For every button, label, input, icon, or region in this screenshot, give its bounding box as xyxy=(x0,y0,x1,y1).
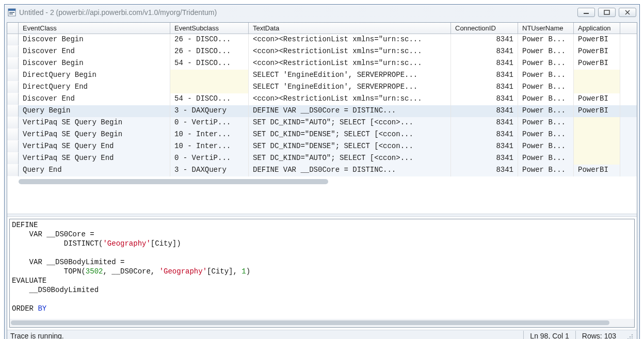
row-gutter[interactable] xyxy=(7,105,19,117)
cell-connectionid[interactable]: 8341 xyxy=(451,141,518,153)
col-header-ntusername[interactable]: NTUserName xyxy=(518,23,574,34)
cell-eventclass[interactable]: VertiPaq SE Query End xyxy=(19,153,170,165)
cell-textdata[interactable]: DEFINE VAR __DS0Core = DISTINC... xyxy=(249,105,451,117)
row-header-gutter[interactable] xyxy=(7,23,19,34)
cell-eventclass[interactable]: VertiPaq SE Query Begin xyxy=(19,129,170,141)
col-header-eventsubclass[interactable]: EventSubclass xyxy=(170,23,249,34)
cell-connectionid[interactable]: 8341 xyxy=(451,82,518,93)
row-gutter[interactable] xyxy=(7,82,19,93)
cell-textdata[interactable]: SET DC_KIND="DENSE"; SELECT [<ccon... xyxy=(249,129,451,141)
scroll-thumb[interactable] xyxy=(11,320,609,325)
cell-textdata[interactable]: <ccon><RestrictionList xmlns="urn:sc... xyxy=(249,46,451,58)
cell-eventclass[interactable]: VertiPaq SE Query End xyxy=(19,141,170,153)
cell-ntusername[interactable]: Power B... xyxy=(518,82,574,93)
cell-eventclass[interactable]: Discover End xyxy=(19,93,170,105)
cell-eventsubclass[interactable]: 54 - DISCO... xyxy=(170,58,249,70)
cell-application[interactable] xyxy=(574,153,620,165)
cell-connectionid[interactable]: 8341 xyxy=(451,93,518,105)
cell-textdata[interactable]: SET DC_KIND="AUTO"; SELECT [<ccon>... xyxy=(249,117,451,129)
cell-textdata[interactable]: <ccon><RestrictionList xmlns="urn:sc... xyxy=(249,93,451,105)
row-gutter[interactable] xyxy=(7,93,19,105)
table-row[interactable]: Discover Begin54 - DISCO...<ccon><Restri… xyxy=(7,58,637,70)
table-row[interactable]: DirectQuery End SELECT 'EngineEdition', … xyxy=(7,82,637,93)
cell-eventsubclass[interactable] xyxy=(170,82,249,93)
col-header-eventclass[interactable]: EventClass xyxy=(19,23,170,34)
cell-connectionid[interactable]: 8341 xyxy=(451,129,518,141)
horizontal-splitter[interactable] xyxy=(7,214,637,217)
cell-connectionid[interactable]: 8341 xyxy=(451,70,518,82)
row-gutter[interactable] xyxy=(7,141,19,153)
scroll-thumb[interactable] xyxy=(19,179,328,184)
cell-eventclass[interactable]: DirectQuery End xyxy=(19,82,170,93)
cell-application[interactable] xyxy=(574,141,620,153)
cell-connectionid[interactable]: 8341 xyxy=(451,34,518,46)
cell-ntusername[interactable]: Power B... xyxy=(518,58,574,70)
detail-text[interactable]: DEFINE VAR __DS0Core = DISTINCT('Geograp… xyxy=(12,220,632,313)
cell-connectionid[interactable]: 8341 xyxy=(451,58,518,70)
cell-connectionid[interactable]: 8341 xyxy=(451,165,518,176)
col-header-textdata[interactable]: TextData xyxy=(249,23,451,34)
row-gutter[interactable] xyxy=(7,58,19,70)
trace-grid[interactable]: EventClass EventSubclass TextData Connec… xyxy=(7,23,637,214)
resize-grip-icon[interactable] xyxy=(624,331,634,339)
grid-body[interactable]: Discover Begin26 - DISCO...<ccon><Restri… xyxy=(7,34,637,176)
cell-eventsubclass[interactable]: 26 - DISCO... xyxy=(170,46,249,58)
maximize-button[interactable] xyxy=(598,8,616,17)
table-row[interactable]: Query Begin3 - DAXQueryDEFINE VAR __DS0C… xyxy=(7,105,637,117)
table-row[interactable]: DirectQuery Begin SELECT 'EngineEdition'… xyxy=(7,70,637,82)
cell-eventsubclass[interactable]: 10 - Inter... xyxy=(170,129,249,141)
cell-ntusername[interactable]: Power B... xyxy=(518,34,574,46)
cell-textdata[interactable]: SET DC_KIND="DENSE"; SELECT [<ccon... xyxy=(249,141,451,153)
cell-eventsubclass[interactable]: 0 - VertiP... xyxy=(170,153,249,165)
table-row[interactable]: Query End3 - DAXQueryDEFINE VAR __DS0Cor… xyxy=(7,165,637,176)
cell-connectionid[interactable]: 8341 xyxy=(451,105,518,117)
table-row[interactable]: Discover Begin26 - DISCO...<ccon><Restri… xyxy=(7,34,637,46)
cell-connectionid[interactable]: 8341 xyxy=(451,117,518,129)
cell-eventsubclass[interactable] xyxy=(170,70,249,82)
cell-eventsubclass[interactable]: 3 - DAXQuery xyxy=(170,105,249,117)
table-row[interactable]: VertiPaq SE Query End0 - VertiP...SET DC… xyxy=(7,153,637,165)
row-gutter[interactable] xyxy=(7,117,19,129)
cell-eventclass[interactable]: Discover End xyxy=(19,46,170,58)
cell-application[interactable] xyxy=(574,129,620,141)
cell-ntusername[interactable]: Power B... xyxy=(518,153,574,165)
minimize-button[interactable] xyxy=(577,8,595,17)
cell-eventclass[interactable]: DirectQuery Begin xyxy=(19,70,170,82)
table-row[interactable]: VertiPaq SE Query Begin0 - VertiP...SET … xyxy=(7,117,637,129)
cell-eventclass[interactable]: Discover Begin xyxy=(19,58,170,70)
cell-application[interactable]: PowerBI xyxy=(574,34,620,46)
grid-horizontal-scrollbar[interactable] xyxy=(19,177,586,187)
row-gutter[interactable] xyxy=(7,165,19,176)
table-row[interactable]: VertiPaq SE Query End10 - Inter...SET DC… xyxy=(7,141,637,153)
cell-application[interactable]: PowerBI xyxy=(574,165,620,176)
cell-eventclass[interactable]: Query End xyxy=(19,165,170,176)
detail-horizontal-scrollbar[interactable] xyxy=(10,319,634,327)
cell-eventsubclass[interactable]: 10 - Inter... xyxy=(170,141,249,153)
cell-ntusername[interactable]: Power B... xyxy=(518,129,574,141)
row-gutter[interactable] xyxy=(7,153,19,165)
row-gutter[interactable] xyxy=(7,70,19,82)
cell-ntusername[interactable]: Power B... xyxy=(518,70,574,82)
cell-eventsubclass[interactable]: 26 - DISCO... xyxy=(170,34,249,46)
cell-connectionid[interactable]: 8341 xyxy=(451,46,518,58)
cell-ntusername[interactable]: Power B... xyxy=(518,105,574,117)
cell-eventclass[interactable]: Discover Begin xyxy=(19,34,170,46)
cell-ntusername[interactable]: Power B... xyxy=(518,93,574,105)
cell-eventclass[interactable]: Query Begin xyxy=(19,105,170,117)
row-gutter[interactable] xyxy=(7,34,19,46)
table-row[interactable]: Discover End54 - DISCO...<ccon><Restrict… xyxy=(7,93,637,105)
cell-eventsubclass[interactable]: 54 - DISCO... xyxy=(170,93,249,105)
cell-application[interactable]: PowerBI xyxy=(574,93,620,105)
detail-text-pane[interactable]: DEFINE VAR __DS0Core = DISTINCT('Geograp… xyxy=(9,219,635,328)
cell-textdata[interactable]: SELECT 'EngineEdition', SERVERPROPE... xyxy=(249,82,451,93)
cell-ntusername[interactable]: Power B... xyxy=(518,141,574,153)
cell-application[interactable] xyxy=(574,117,620,129)
row-gutter[interactable] xyxy=(7,129,19,141)
col-header-connectionid[interactable]: ConnectionID xyxy=(451,23,518,34)
cell-application[interactable]: PowerBI xyxy=(574,46,620,58)
cell-ntusername[interactable]: Power B... xyxy=(518,46,574,58)
cell-connectionid[interactable]: 8341 xyxy=(451,153,518,165)
cell-application[interactable] xyxy=(574,82,620,93)
cell-eventclass[interactable]: VertiPaq SE Query Begin xyxy=(19,117,170,129)
col-header-application[interactable]: Application xyxy=(574,23,620,34)
